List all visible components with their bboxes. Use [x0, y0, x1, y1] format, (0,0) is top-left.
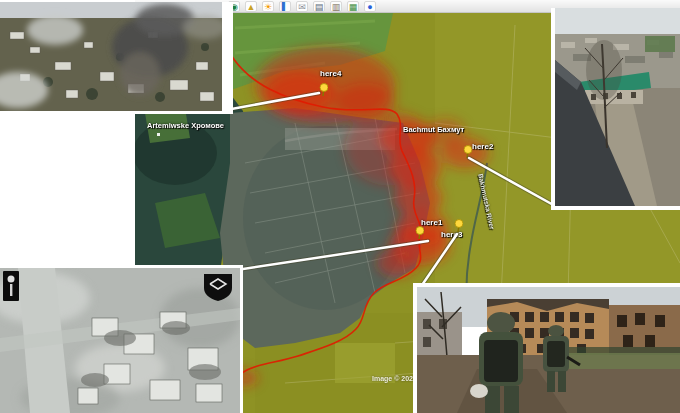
- pin-label: here3: [441, 230, 462, 239]
- ruler-icon[interactable]: ▌: [279, 1, 291, 12]
- pin-label: here1: [421, 218, 442, 227]
- rooftop-town-view-photo: [551, 8, 680, 210]
- drone-ruins-photo: [0, 265, 243, 413]
- aerial-city-smoke-photo: [0, 2, 233, 114]
- pushpin-icon: [462, 145, 472, 159]
- map-pin-here4[interactable]: here4: [318, 83, 328, 97]
- soldiers-street-photo: [413, 283, 680, 413]
- map-pin-here2[interactable]: here2: [462, 145, 472, 159]
- collage-canvas: ◉ ▲ ☀ ▌ ✉ ▤ ▥ ▦ ●: [0, 0, 680, 413]
- map-pin-here3[interactable]: here3: [453, 219, 463, 233]
- pushpin-icon: [414, 226, 424, 240]
- sunlight-icon[interactable]: ☀: [262, 1, 274, 12]
- pin-label: here2: [472, 142, 493, 151]
- town-marker-dot: [157, 133, 160, 136]
- image-overlay-icon[interactable]: ▲: [245, 1, 257, 12]
- globe-icon[interactable]: ●: [364, 1, 376, 12]
- pin-label: here4: [320, 69, 341, 78]
- map-pin-here1[interactable]: here1: [414, 226, 424, 240]
- maps-icon[interactable]: ▦: [347, 1, 359, 12]
- email-icon[interactable]: ✉: [296, 1, 308, 12]
- print-icon[interactable]: ▤: [313, 1, 325, 12]
- unit-emblem-left: [3, 271, 19, 301]
- pushpin-icon: [318, 83, 328, 97]
- save-image-icon[interactable]: ▥: [330, 1, 342, 12]
